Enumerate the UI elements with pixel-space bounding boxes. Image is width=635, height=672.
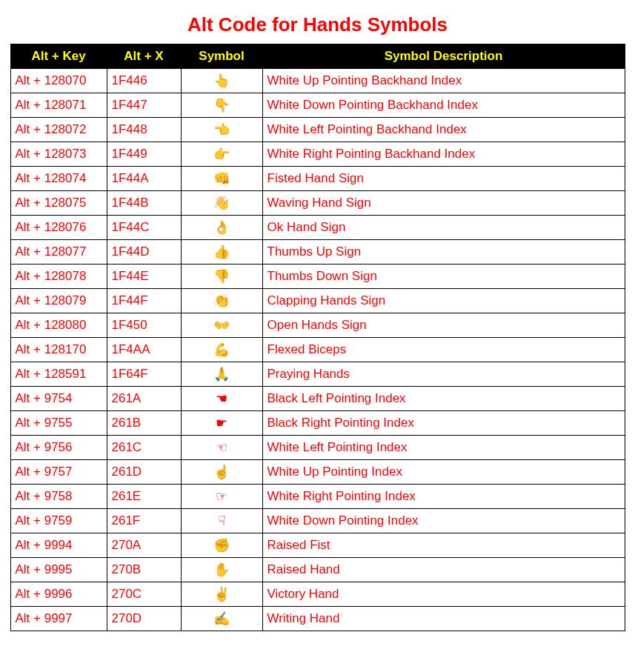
cell-symbol: ☜ <box>181 436 262 460</box>
cell-altkey: Alt + 128591 <box>10 362 107 387</box>
cell-altkey: Alt + 9996 <box>10 582 107 607</box>
cell-altx: 270D <box>107 607 181 631</box>
cell-altx: 1F44D <box>107 240 181 265</box>
cell-altkey: Alt + 128080 <box>10 313 107 338</box>
cell-altkey: Alt + 128072 <box>10 118 107 142</box>
cell-symbol: 👇 <box>181 93 262 118</box>
cell-altkey: Alt + 9757 <box>10 460 107 485</box>
cell-altkey: Alt + 9755 <box>10 411 107 436</box>
cell-symbol: 👈 <box>181 118 262 142</box>
table-row: Alt + 1280801F450👐Open Hands Sign <box>10 313 625 338</box>
cell-symbol: ☟ <box>181 509 262 533</box>
table-row: Alt + 9754261A☚Black Left Pointing Index <box>10 387 625 411</box>
cell-altkey: Alt + 9758 <box>10 485 107 509</box>
cell-altkey: Alt + 128170 <box>10 338 107 362</box>
header-symbol: Symbol <box>181 44 262 69</box>
table-row: Alt + 1285911F64F🙏Praying Hands <box>10 362 625 387</box>
table-header-row: Alt + Key Alt + X Symbol Symbol Descript… <box>10 44 625 69</box>
table-row: Alt + 1280791F44F👏Clapping Hands Sign <box>10 289 625 313</box>
cell-altx: 261E <box>107 485 181 509</box>
cell-altkey: Alt + 128078 <box>10 265 107 289</box>
cell-symbol: 👍 <box>181 240 262 265</box>
cell-symbol: 🙏 <box>181 362 262 387</box>
cell-altx: 1F4AA <box>107 338 181 362</box>
cell-altx: 1F44A <box>107 167 181 191</box>
cell-altx: 1F446 <box>107 69 181 93</box>
cell-symbol: ☞ <box>181 485 262 509</box>
table-row: Alt + 9755261B☛Black Right Pointing Inde… <box>10 411 625 436</box>
table-body: Alt + 1280701F446👆White Up Pointing Back… <box>10 69 625 631</box>
cell-desc: Thumbs Up Sign <box>262 240 625 265</box>
table-row: Alt + 9759261F☟White Down Pointing Index <box>10 509 625 533</box>
cell-altx: 1F44E <box>107 265 181 289</box>
cell-altkey: Alt + 9759 <box>10 509 107 533</box>
cell-desc: White Down Pointing Backhand Index <box>262 93 625 118</box>
table-row: Alt + 1280751F44B👋Waving Hand Sign <box>10 191 625 216</box>
cell-symbol: 👏 <box>181 289 262 313</box>
table-row: Alt + 1280761F44C👌Ok Hand Sign <box>10 216 625 240</box>
cell-desc: Black Right Pointing Index <box>262 411 625 436</box>
cell-altkey: Alt + 128076 <box>10 216 107 240</box>
cell-altkey: Alt + 128071 <box>10 93 107 118</box>
table-row: Alt + 9756261C☜White Left Pointing Index <box>10 436 625 460</box>
cell-symbol: ✊ <box>181 533 262 558</box>
cell-desc: Ok Hand Sign <box>262 216 625 240</box>
cell-symbol: ✋ <box>181 558 262 582</box>
cell-altx: 261B <box>107 411 181 436</box>
cell-altkey: Alt + 128073 <box>10 142 107 167</box>
cell-symbol: ☛ <box>181 411 262 436</box>
table-row: Alt + 1280731F449👉White Right Pointing B… <box>10 142 625 167</box>
cell-symbol: 👆 <box>181 69 262 93</box>
cell-symbol: 👎 <box>181 265 262 289</box>
cell-symbol: ☝ <box>181 460 262 485</box>
cell-desc: Black Left Pointing Index <box>262 387 625 411</box>
cell-symbol: 👌 <box>181 216 262 240</box>
cell-altx: 1F449 <box>107 142 181 167</box>
table-row: Alt + 9757261D☝White Up Pointing Index <box>10 460 625 485</box>
table-row: Alt + 9758261E☞White Right Pointing Inde… <box>10 485 625 509</box>
cell-altx: 261A <box>107 387 181 411</box>
cell-altx: 261F <box>107 509 181 533</box>
table-row: Alt + 1280701F446👆White Up Pointing Back… <box>10 69 625 93</box>
cell-desc: Thumbs Down Sign <box>262 265 625 289</box>
cell-desc: Raised Fist <box>262 533 625 558</box>
table-row: Alt + 1280781F44E👎Thumbs Down Sign <box>10 265 625 289</box>
cell-symbol: 👐 <box>181 313 262 338</box>
table-row: Alt + 1280771F44D👍Thumbs Up Sign <box>10 240 625 265</box>
page-title: Alt Code for Hands Symbols <box>7 7 628 44</box>
cell-altx: 270B <box>107 558 181 582</box>
cell-desc: White Down Pointing Index <box>262 509 625 533</box>
cell-altx: 261C <box>107 436 181 460</box>
cell-symbol: ✍ <box>181 607 262 631</box>
cell-desc: Praying Hands <box>262 362 625 387</box>
table-row: Alt + 9996270C✌Victory Hand <box>10 582 625 607</box>
cell-desc: Writing Hand <box>262 607 625 631</box>
table-row: Alt + 1280741F44A👊Fisted Hand Sign <box>10 167 625 191</box>
cell-desc: Fisted Hand Sign <box>262 167 625 191</box>
header-altx: Alt + X <box>107 44 181 69</box>
cell-altx: 1F450 <box>107 313 181 338</box>
cell-altx: 1F44B <box>107 191 181 216</box>
cell-altx: 261D <box>107 460 181 485</box>
table-row: Alt + 1280711F447👇White Down Pointing Ba… <box>10 93 625 118</box>
header-altkey: Alt + Key <box>10 44 107 69</box>
header-desc: Symbol Description <box>262 44 625 69</box>
cell-desc: Flexed Biceps <box>262 338 625 362</box>
cell-symbol: ✌ <box>181 582 262 607</box>
cell-desc: Victory Hand <box>262 582 625 607</box>
cell-altx: 1F44C <box>107 216 181 240</box>
cell-symbol: 👊 <box>181 167 262 191</box>
cell-altkey: Alt + 128079 <box>10 289 107 313</box>
cell-altx: 1F64F <box>107 362 181 387</box>
alt-code-table: Alt + Key Alt + X Symbol Symbol Descript… <box>10 44 625 631</box>
table-row: Alt + 1280721F448👈White Left Pointing Ba… <box>10 118 625 142</box>
table-row: Alt + 9997270D✍Writing Hand <box>10 607 625 631</box>
cell-altx: 1F447 <box>107 93 181 118</box>
cell-altkey: Alt + 9754 <box>10 387 107 411</box>
cell-desc: White Left Pointing Backhand Index <box>262 118 625 142</box>
cell-desc: Clapping Hands Sign <box>262 289 625 313</box>
cell-altkey: Alt + 9994 <box>10 533 107 558</box>
cell-altkey: Alt + 9997 <box>10 607 107 631</box>
cell-altx: 270C <box>107 582 181 607</box>
cell-desc: White Left Pointing Index <box>262 436 625 460</box>
